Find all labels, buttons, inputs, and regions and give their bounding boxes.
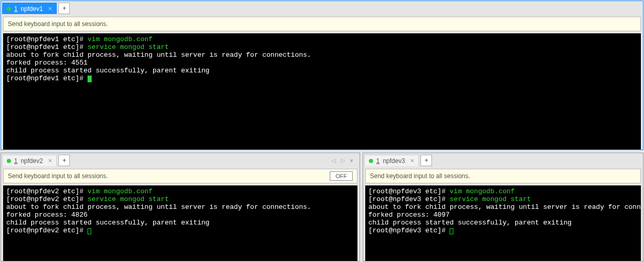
broadcast-placeholder: Send keyboard input to all sessions. [370,172,470,180]
out: child process started successfully, pare… [6,219,209,227]
tabstrip: 1 npfdev1 ✕ + [1,1,643,15]
tab-prev-icon[interactable]: ◁ [331,157,336,164]
tab-label: npfdev2 [21,157,43,165]
tab-number: 1 [376,157,380,165]
cmd: vim mongodb.conf [450,188,515,195]
out: forked process: 4097 [368,211,450,219]
prompt: [root@npfdev2 etc]# [6,227,88,234]
tabstrip: 1 npfdev3 ✕ + [363,153,643,167]
cursor-icon [450,228,453,234]
tab-menu-icon[interactable]: ▾ [350,157,353,164]
cmd: service mongod start [88,43,169,51]
cursor-icon [88,228,91,234]
tab-npfdev3[interactable]: 1 npfdev3 ✕ [364,155,419,166]
status-dot-icon [369,159,373,163]
broadcast-input[interactable]: Send keyboard input to all sessions. OFF [3,169,357,183]
out: about to fork child process, waiting unt… [6,203,311,211]
cmd: vim mongodb.conf [88,188,153,195]
broadcast-off-button[interactable]: OFF [330,171,353,181]
tab-number: 1 [14,5,18,13]
tabstrip: 1 npfdev2 ✕ + ◁ ▷ ▾ [1,153,360,167]
out: child process started successfully, pare… [6,67,209,74]
cmd: vim mongodb.conf [88,35,153,43]
cursor-icon [88,76,92,82]
prompt: [root@npfdev1 etc]# [6,74,88,82]
add-tab-button[interactable]: + [420,155,432,166]
close-icon[interactable]: ✕ [48,6,52,11]
out: forked process: 4551 [6,59,88,67]
broadcast-placeholder: Send keyboard input to all sessions. [8,20,108,28]
prompt: [root@npfdev3 etc]# [368,188,450,195]
out: about to fork child process, waiting unt… [6,51,311,59]
pane-npfdev1: 1 npfdev1 ✕ + Send keyboard input to all… [1,1,643,150]
prompt: [root@npfdev2 etc]# [6,195,88,203]
cmd: service mongod start [450,195,531,203]
status-dot-icon [7,159,11,163]
tab-next-icon[interactable]: ▷ [341,157,345,164]
tab-label: npfdev1 [21,5,43,13]
terminal-output[interactable]: [root@npfdev1 etc]# vim mongodb.conf [ro… [3,33,641,149]
tab-npfdev1[interactable]: 1 npfdev1 ✕ [2,3,57,14]
tab-number: 1 [14,157,18,165]
tab-label: npfdev3 [383,157,405,165]
close-icon[interactable]: ✕ [410,158,414,164]
pane-npfdev3: 1 npfdev3 ✕ + Send keyboard input to all… [363,153,643,261]
status-dot-icon [7,7,11,11]
prompt: [root@npfdev1 etc]# [6,35,88,43]
broadcast-input[interactable]: Send keyboard input to all sessions. [3,17,641,31]
broadcast-input[interactable]: Send keyboard input to all sessions. [365,169,641,183]
add-tab-button[interactable]: + [58,155,70,166]
prompt: [root@npfdev3 etc]# [368,195,450,203]
out: forked process: 4826 [6,211,88,219]
close-icon[interactable]: ✕ [48,158,52,164]
terminal-output[interactable]: [root@npfdev2 etc]# vim mongodb.conf [ro… [3,185,357,261]
pane-npfdev2: 1 npfdev2 ✕ + ◁ ▷ ▾ Send keyboard input … [1,153,360,261]
prompt: [root@npfdev1 etc]# [6,43,88,51]
tab-nav: ◁ ▷ ▾ [331,157,358,164]
add-tab-button[interactable]: + [58,3,70,14]
tab-npfdev2[interactable]: 1 npfdev2 ✕ [2,155,57,166]
terminal-output[interactable]: [root@npfdev3 etc]# vim mongodb.conf [ro… [365,185,641,261]
out: about to fork child process, waiting unt… [368,203,641,211]
out: child process started successfully, pare… [368,219,572,227]
cmd: service mongod start [88,195,169,203]
broadcast-placeholder: Send keyboard input to all sessions. [8,172,108,180]
prompt: [root@npfdev3 etc]# [368,227,450,234]
prompt: [root@npfdev2 etc]# [6,188,88,195]
